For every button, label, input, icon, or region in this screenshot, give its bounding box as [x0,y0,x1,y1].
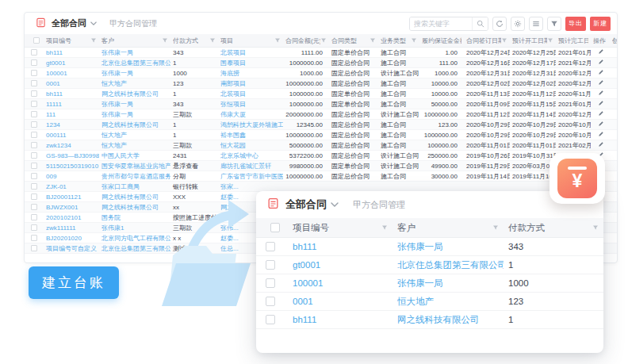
cell-link[interactable]: 张伟康一局 [99,109,170,119]
edit-icon[interactable] [598,79,604,86]
search-input[interactable] [410,17,472,30]
cell-link[interactable]: 恒大地产 [392,293,504,310]
cell-link[interactable]: 中国人民大学 [99,151,170,160]
filter-icon[interactable] [320,37,327,44]
select-all-checkbox[interactable] [33,37,40,44]
row-checkbox[interactable] [31,173,37,179]
row-checkbox[interactable] [266,260,275,270]
refresh-icon[interactable] [492,17,507,31]
cell-link[interactable]: 裕丰国鑫 [218,130,283,140]
filter-icon[interactable] [411,37,417,44]
cell-link[interactable]: 国泰项目 [218,58,283,67]
cell-link[interactable]: 廊坊孔雀城汇景轩 [218,161,283,171]
row-checkbox[interactable] [266,297,275,306]
row-checkbox[interactable] [266,278,275,288]
cell-link[interactable]: 北京乐城中心 [218,151,283,160]
cell-link[interactable]: zwk111111 [44,223,99,232]
filter-icon[interactable] [492,224,499,231]
breadcrumb-subtitle[interactable]: 甲方合同管理 [109,18,157,29]
cell-link[interactable]: 海底捞 [218,68,283,78]
edit-icon[interactable] [598,48,604,55]
chevron-down-icon[interactable] [90,21,97,26]
cell-link[interactable]: 恒大地产 [99,79,170,88]
row-checkbox[interactable] [31,204,37,210]
filter-icon[interactable] [547,37,553,44]
edit-icon[interactable] [598,110,604,117]
filter-icon[interactable] [162,37,168,44]
export-button[interactable]: 导出 [565,17,586,31]
filter-icon[interactable] [370,37,376,44]
filter-icon[interactable] [592,224,599,231]
row-checkbox[interactable] [31,80,37,86]
cell-link[interactable]: gt0001 [44,58,99,67]
row-checkbox[interactable] [31,90,37,97]
cell-link[interactable]: 南部项目 [218,79,283,88]
overlay-subtitle[interactable]: 甲方合同管理 [353,199,405,211]
edit-icon[interactable] [598,90,604,96]
cell-link[interactable]: BJ20001121 [44,192,99,201]
row-checkbox[interactable] [31,235,37,241]
row-checkbox[interactable] [31,111,37,117]
row-checkbox[interactable] [31,70,37,76]
row-checkbox[interactable] [31,224,37,231]
cell-link[interactable]: zwk1234 [44,140,99,150]
yen-icon-card[interactable]: ¥ [550,153,605,204]
cell-link[interactable]: 恒大花园 [218,140,283,150]
filter-icon[interactable] [501,37,507,44]
cell-link[interactable]: bh111 [44,48,99,57]
cell-link[interactable]: 北京住总集团第三有限公司 [99,58,170,67]
row-checkbox[interactable] [31,142,37,148]
edit-icon[interactable] [598,141,604,148]
cell-link[interactable]: 100001 [288,274,392,292]
filter-icon[interactable] [547,17,561,31]
cell-link[interactable]: bh111 [288,238,392,255]
cell-link[interactable]: bh111 [288,311,392,328]
cell-link[interactable]: 贵州市都匀章嘉酒店服务有... [99,171,170,181]
row-checkbox[interactable] [31,59,37,66]
row-checkbox[interactable] [266,242,275,251]
cell-link[interactable]: 1234 [44,120,99,129]
edit-icon[interactable] [598,59,604,65]
row-checkbox[interactable] [31,163,37,169]
edit-icon[interactable] [598,131,604,137]
cell-link[interactable]: 网之线科技有限公司 [392,311,504,328]
cell-link[interactable]: 张伟康一局 [392,238,504,255]
filter-icon[interactable] [90,37,97,44]
create-button[interactable]: 新建 [590,17,611,31]
cell-link[interactable]: 北装项目 [218,89,283,98]
cell-link[interactable]: 北装项目 [218,48,283,57]
menu-icon[interactable] [529,17,543,31]
row-checkbox[interactable] [31,101,37,107]
cell-link[interactable]: 张伟康一局 [99,48,170,57]
cell-link[interactable]: BJ20201020 [44,233,99,243]
row-checkbox[interactable] [31,121,37,128]
cell-link[interactable]: 009 [44,171,99,181]
cell-link[interactable]: 0001 [44,79,99,88]
cell-link[interactable]: 鸿鹄科技大厦外墙施工项目 [218,120,283,129]
cell-link[interactable]: GS-983—BJ30998 [44,151,99,160]
cell-link[interactable]: 网之线科技有限公司 [99,120,170,129]
cell-link[interactable]: BJWZX001 [44,202,99,212]
row-checkbox[interactable] [31,193,37,200]
cell-link[interactable]: 国安华夏幸福基业房地产... [99,161,170,171]
cell-link[interactable]: 111 [44,109,99,119]
row-checkbox[interactable] [31,245,37,251]
row-checkbox[interactable] [31,152,37,159]
select-all-checkbox[interactable] [270,223,280,232]
filter-icon[interactable] [209,37,216,44]
gear-icon[interactable] [511,17,525,31]
cell-link[interactable]: 张伟康一局 [99,68,170,78]
row-checkbox[interactable] [31,132,37,138]
search-icon[interactable] [472,17,488,31]
chevron-down-icon[interactable] [331,202,339,208]
cell-link[interactable]: bh111 [44,89,99,98]
cell-link[interactable]: 广东省晋宁市新中医医院... [218,171,283,181]
cell-link[interactable]: 网之线科技有限公司 [99,89,170,98]
cell-link[interactable]: 5115021503190101 [44,161,99,171]
filter-icon[interactable] [381,224,388,231]
edit-icon[interactable] [598,100,604,106]
cell-link[interactable]: 张伟康一局 [99,99,170,109]
cell-link[interactable]: 张伟康一局 [392,274,504,292]
cell-link[interactable]: ZJK-01 [44,182,99,191]
cell-link[interactable]: 2020102101 [44,213,99,222]
